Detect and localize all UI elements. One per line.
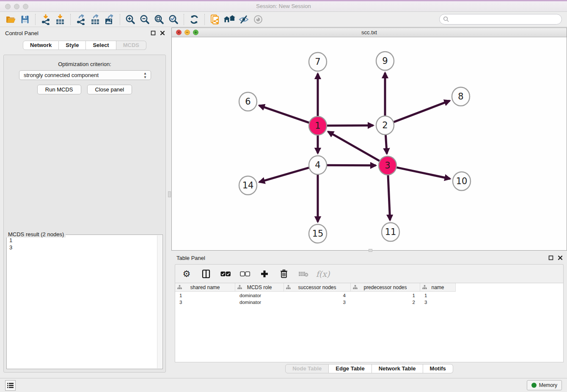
node-1[interactable]: 1 xyxy=(309,116,327,135)
float-panel-icon[interactable] xyxy=(548,255,553,260)
table-settings-button[interactable]: ⚙ xyxy=(181,268,192,279)
node-8[interactable]: 8 xyxy=(452,87,470,106)
zoom-selected-button[interactable] xyxy=(166,13,181,26)
split-panel-button[interactable] xyxy=(201,268,212,279)
network-graph[interactable]: 1234678910111415 xyxy=(172,37,567,250)
table-panel-header: Table Panel xyxy=(171,254,567,263)
task-history-button[interactable] xyxy=(5,380,16,391)
trash-icon xyxy=(280,269,288,278)
edge-4-14[interactable] xyxy=(259,168,309,182)
node-7[interactable]: 7 xyxy=(309,52,327,71)
table-cell[interactable]: 4 xyxy=(284,292,351,299)
main-toolbar xyxy=(0,12,567,27)
close-panel-icon[interactable] xyxy=(160,30,165,36)
zoom-fit-button[interactable] xyxy=(152,13,166,26)
result-scrollbar[interactable] xyxy=(157,235,162,368)
column-header-predecessor-nodes[interactable]: predecessor nodes xyxy=(351,283,420,292)
column-header-name[interactable]: name xyxy=(420,283,456,292)
horizontal-splitter-handle[interactable] xyxy=(369,249,372,252)
show-all-button[interactable] xyxy=(251,13,265,26)
table-cell[interactable]: 3 xyxy=(284,299,351,306)
apply-layout-button[interactable] xyxy=(187,13,201,26)
table-cell[interactable]: 2 xyxy=(351,299,420,306)
edge-3-11[interactable] xyxy=(388,174,390,220)
node-9[interactable]: 9 xyxy=(376,52,394,70)
table-panel: Table Panel ⚙ f(x) shared nameMCDS rol xyxy=(171,252,567,376)
edge-3-1[interactable] xyxy=(328,132,380,161)
open-session-button[interactable] xyxy=(3,13,18,26)
tab-style[interactable]: Style xyxy=(59,41,86,50)
table-cell[interactable]: 1 xyxy=(175,292,235,299)
edge-1-6[interactable] xyxy=(259,105,309,123)
tab-network[interactable]: Network xyxy=(23,41,59,50)
column-type-icon xyxy=(177,285,182,290)
edge-3-10[interactable] xyxy=(396,167,450,179)
edge-1-2[interactable] xyxy=(327,125,373,126)
node-3[interactable]: 3 xyxy=(379,156,396,175)
edge-2-8[interactable] xyxy=(394,101,450,122)
table-row[interactable]: 1dominator411 xyxy=(175,292,563,299)
tab-motifs[interactable]: Motifs xyxy=(423,364,453,373)
column-header-MCDS-role[interactable]: MCDS role xyxy=(235,283,284,292)
close-panel-icon[interactable] xyxy=(558,255,563,260)
table-cell[interactable]: 1 xyxy=(420,292,456,299)
export-table-button[interactable] xyxy=(88,13,102,26)
new-network-from-selection-button[interactable] xyxy=(208,13,222,26)
tab-node-table[interactable]: Node Table xyxy=(285,364,329,373)
show-all-columns-button[interactable] xyxy=(220,268,231,279)
node-15[interactable]: 15 xyxy=(309,224,327,243)
table-row[interactable]: 3dominator323 xyxy=(175,299,563,306)
import-table-button[interactable] xyxy=(53,13,67,26)
close-panel-button[interactable]: Close panel xyxy=(87,85,132,94)
node-11[interactable]: 11 xyxy=(382,223,399,241)
first-neighbors-icon xyxy=(223,14,235,25)
optimization-criterion-select[interactable]: strongly connected component ▲▼ xyxy=(19,70,151,80)
import-network-button[interactable] xyxy=(39,13,53,26)
tab-mcds[interactable]: MCDS xyxy=(116,41,146,50)
run-mcds-button[interactable]: Run MCDS xyxy=(37,85,81,94)
float-panel-icon[interactable] xyxy=(151,30,156,36)
tab-edge-table[interactable]: Edge Table xyxy=(329,364,372,373)
toolbar-separator xyxy=(35,14,36,25)
node-4[interactable]: 4 xyxy=(309,156,327,174)
mcds-result-title: MCDS result (2 nodes) xyxy=(6,231,66,237)
tab-network-table[interactable]: Network Table xyxy=(372,364,423,373)
export-image-icon xyxy=(104,14,115,25)
delete-column-button[interactable] xyxy=(278,268,289,279)
save-session-button[interactable] xyxy=(18,13,32,26)
node-10[interactable]: 10 xyxy=(453,172,471,190)
zoom-in-button[interactable] xyxy=(123,13,138,26)
table-cell[interactable]: 3 xyxy=(420,299,456,306)
table-cell[interactable]: 1 xyxy=(351,292,420,299)
export-network-button[interactable] xyxy=(74,13,88,26)
first-neighbors-button[interactable] xyxy=(222,13,237,26)
edge-2-3[interactable] xyxy=(385,134,387,154)
tab-select[interactable]: Select xyxy=(86,41,116,50)
vertical-splitter-handle[interactable] xyxy=(168,191,171,197)
mcds-result-text[interactable]: 13 xyxy=(8,237,157,368)
node-14[interactable]: 14 xyxy=(239,176,257,195)
hide-selected-button[interactable] xyxy=(237,13,251,26)
table-cell[interactable]: dominator xyxy=(235,292,284,299)
create-column-button[interactable] xyxy=(259,268,270,279)
network-window-titlebar[interactable]: scc.txt xyxy=(172,28,567,37)
table-header-row: shared nameMCDS rolesuccessor nodesprede… xyxy=(175,283,456,292)
eye-slash-icon xyxy=(238,14,249,25)
node-6[interactable]: 6 xyxy=(239,92,257,111)
zoom-out-button[interactable] xyxy=(138,13,152,26)
main-window-titlebar: Session: New Session xyxy=(0,0,567,12)
column-header-shared-name[interactable]: shared name xyxy=(175,283,235,292)
search-input[interactable] xyxy=(449,15,561,24)
edge-4-3[interactable] xyxy=(327,165,376,166)
search-field[interactable] xyxy=(439,14,562,25)
network-canvas[interactable]: 1234678910111415 xyxy=(172,37,567,250)
column-header-successor-nodes[interactable]: successor nodes xyxy=(284,283,351,292)
node-2[interactable]: 2 xyxy=(376,116,394,135)
hide-all-columns-button[interactable] xyxy=(239,268,250,279)
table-cell[interactable]: 3 xyxy=(175,299,235,306)
export-image-button[interactable] xyxy=(102,13,117,26)
table-cell[interactable]: dominator xyxy=(235,299,284,306)
node-table[interactable]: shared nameMCDS rolesuccessor nodesprede… xyxy=(175,283,564,362)
memory-button[interactable]: Memory xyxy=(527,380,562,390)
status-bar: Memory xyxy=(0,378,567,392)
